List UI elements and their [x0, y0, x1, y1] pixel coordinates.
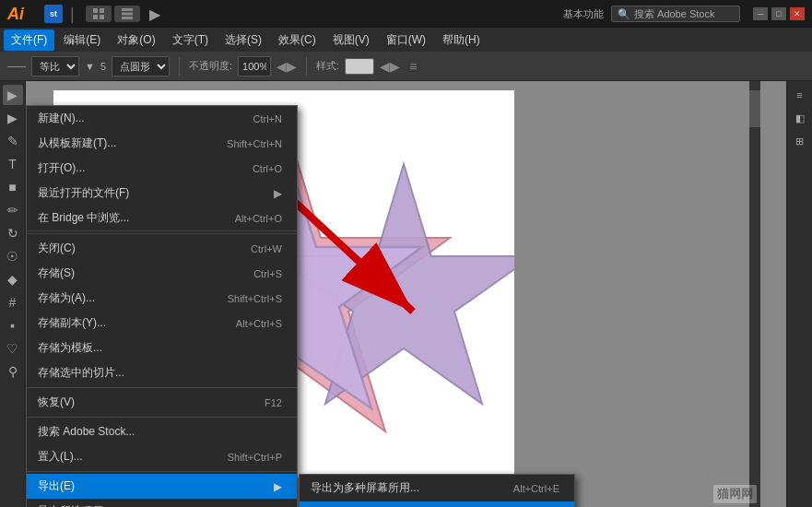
- menu-type[interactable]: 文字(T): [165, 29, 216, 51]
- sep-3: [27, 417, 297, 418]
- toolbar: —— 等比 ▼ 5 点圆形 不透明度: ◀▶ 样式: ◀▶ ≡: [0, 52, 812, 81]
- svg-rect-3: [100, 15, 104, 19]
- dropdown-overlay: 新建(N)... Ctrl+N 从模板新建(T)... Shift+Ctrl+N…: [26, 81, 786, 507]
- menu-recent[interactable]: 最近打开的文件(F) ▶: [27, 181, 297, 206]
- menu-object[interactable]: 对象(O): [110, 29, 162, 51]
- menu-file[interactable]: 文件(F): [4, 29, 54, 51]
- stroke-num-label: 5: [100, 61, 106, 72]
- menu-bridge[interactable]: 在 Bridge 中浏览... Alt+Ctrl+O: [27, 206, 297, 231]
- panel-btn-2[interactable]: ◧: [790, 108, 810, 128]
- submenu-export-as[interactable]: 导出为...: [300, 501, 574, 507]
- svg-rect-6: [122, 17, 133, 19]
- svg-rect-4: [122, 8, 133, 11]
- menu-open[interactable]: 打开(O)... Ctrl+O: [27, 156, 297, 181]
- menu-close[interactable]: 关闭(C) Ctrl+W: [27, 236, 297, 261]
- shape-select[interactable]: 点圆形: [112, 56, 170, 77]
- stroke-label: ▼: [85, 61, 95, 72]
- style-arrow: ◀▶: [380, 59, 400, 74]
- menu-revert[interactable]: 恢复(V) F12: [27, 390, 297, 415]
- stock-search-placeholder: 搜索 Adobe Stock: [634, 7, 714, 21]
- submenu-export-screens[interactable]: 导出为多种屏幕所用... Alt+Ctrl+E: [300, 475, 574, 501]
- align-icon: ≡: [409, 59, 417, 74]
- pen-tool[interactable]: ✎: [3, 131, 23, 151]
- eyedropper-tool[interactable]: ♡: [3, 338, 23, 359]
- gradient-tool[interactable]: ▪: [3, 315, 23, 336]
- cc-icon: st: [44, 5, 63, 23]
- file-menu: 新建(N)... Ctrl+N 从模板新建(T)... Shift+Ctrl+N…: [26, 105, 298, 507]
- menu-save-template[interactable]: 存储为模板...: [27, 336, 297, 360]
- arrange-icon[interactable]: [114, 6, 140, 22]
- rotate-tool[interactable]: ↻: [3, 223, 23, 243]
- minimize-button[interactable]: ─: [753, 7, 768, 20]
- svg-rect-2: [93, 15, 98, 19]
- opacity-input[interactable]: [238, 56, 271, 77]
- title-bar: Ai st | ▶ 基本功能 🔍 搜索 Adobe Stock: [0, 0, 812, 28]
- opacity-arrow: ◀▶: [277, 59, 297, 74]
- app-logo: Ai: [7, 5, 39, 24]
- menu-save-as[interactable]: 存储为(A)... Shift+Ctrl+S: [27, 286, 297, 311]
- title-right: 基本功能 🔍 搜索 Adobe Stock: [563, 6, 740, 22]
- panel-btn-3[interactable]: ⊞: [790, 131, 810, 151]
- menu-place[interactable]: 置入(L)... Shift+Ctrl+P: [27, 444, 297, 469]
- type-tool[interactable]: T: [3, 154, 23, 174]
- window-controls: ─ □ ✕: [753, 7, 805, 20]
- menu-search-stock[interactable]: 搜索 Adobe Stock...: [27, 419, 297, 444]
- svg-rect-1: [100, 8, 104, 13]
- menu-effect[interactable]: 效果(C): [271, 29, 324, 51]
- main-layout: ▶ ▶ ✎ T ■ ✏ ↻ ☉ ◆ # ▪ ♡ ⚲: [0, 81, 812, 507]
- export-submenu: 导出为多种屏幕所用... Alt+Ctrl+E 导出为... 存储为 Web 所…: [299, 474, 575, 507]
- workspace-label: 基本功能: [563, 7, 604, 21]
- menu-edit[interactable]: 编辑(E): [56, 29, 108, 51]
- svg-rect-0: [93, 8, 98, 13]
- menu-save-copy[interactable]: 存储副本(Y)... Alt+Ctrl+S: [27, 311, 297, 336]
- canvas-area: 猫网网 新建(N)... Ctrl+N 从模板新建(T)... Shift+Ct…: [26, 81, 786, 507]
- left-toolbar: ▶ ▶ ✎ T ■ ✏ ↻ ☉ ◆ # ▪ ♡ ⚲: [0, 81, 26, 507]
- opacity-label: 不透明度:: [189, 59, 232, 73]
- sep-1: [27, 233, 297, 234]
- menu-select[interactable]: 选择(S): [218, 29, 269, 51]
- zoom-tool[interactable]: ⚲: [3, 361, 23, 382]
- menu-window[interactable]: 窗口(W): [379, 29, 433, 51]
- stock-search[interactable]: 🔍 搜索 Adobe Stock: [611, 6, 740, 22]
- menu-view[interactable]: 视图(V): [325, 29, 377, 51]
- export-container: 导出(E) ▶ 导出为多种屏幕所用... Alt+Ctrl+E 导出为...: [27, 474, 297, 499]
- svg-rect-5: [122, 13, 133, 16]
- style-label: 样式:: [316, 59, 339, 73]
- menu-export[interactable]: 导出(E) ▶: [27, 474, 297, 499]
- nav-arrow: ▶: [149, 6, 160, 23]
- menu-new[interactable]: 新建(N)... Ctrl+N: [27, 106, 297, 131]
- menu-save-slices[interactable]: 存储选中的切片...: [27, 360, 297, 385]
- shape-tool[interactable]: ■: [3, 177, 23, 197]
- select-tool[interactable]: ▶: [3, 85, 23, 105]
- grid-view-icon[interactable]: [86, 6, 112, 22]
- view-icons: [86, 6, 140, 22]
- direct-select-tool[interactable]: ▶: [3, 108, 23, 128]
- menu-bar: 文件(F) 编辑(E) 对象(O) 文字(T) 选择(S) 效果(C) 视图(V…: [0, 28, 812, 52]
- mesh-tool[interactable]: #: [3, 292, 23, 312]
- title-sep: |: [70, 5, 75, 24]
- toolbar-sep-1: [179, 57, 180, 76]
- toolbar-dash: ——: [7, 61, 26, 71]
- close-button[interactable]: ✕: [790, 7, 805, 20]
- style-swatch[interactable]: [345, 58, 374, 75]
- sep-4: [27, 471, 297, 472]
- maximize-button[interactable]: □: [771, 7, 786, 20]
- sep-2: [27, 387, 297, 388]
- scale-tool[interactable]: ☉: [3, 246, 23, 266]
- menu-new-from-template[interactable]: 从模板新建(T)... Shift+Ctrl+N: [27, 131, 297, 156]
- blend-tool[interactable]: ◆: [3, 269, 23, 289]
- panel-btn-1[interactable]: ≡: [790, 85, 810, 105]
- toolbar-sep-2: [306, 57, 307, 76]
- scale-select[interactable]: 等比: [31, 56, 79, 77]
- menu-save[interactable]: 存储(S) Ctrl+S: [27, 261, 297, 286]
- menu-help[interactable]: 帮助(H): [435, 29, 488, 51]
- pencil-tool[interactable]: ✏: [3, 200, 23, 220]
- menu-export-selected[interactable]: 导出所选项目...: [27, 499, 297, 507]
- right-panel: ≡ ◧ ⊞: [786, 81, 812, 507]
